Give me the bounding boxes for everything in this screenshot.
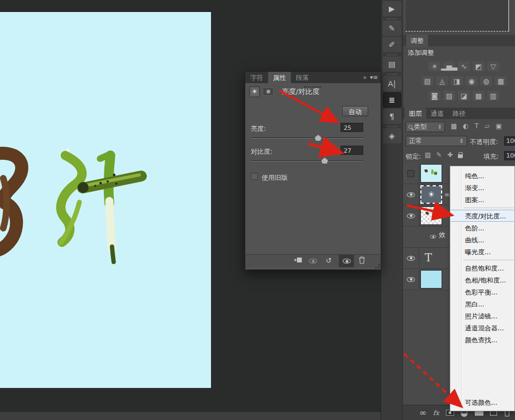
type-layer-filter-icon[interactable]: T — [475, 122, 479, 130]
opacity-value[interactable]: 100% — [504, 136, 515, 146]
layer-thumbnail[interactable] — [420, 164, 442, 183]
layer-visibility-eye-icon[interactable] — [407, 214, 415, 218]
mask-icon[interactable] — [263, 87, 274, 96]
layer-visibility-eye-icon[interactable] — [407, 277, 415, 282]
reset-icon[interactable]: ↺ — [326, 256, 332, 265]
gradient-map-icon[interactable]: ▥ — [487, 91, 499, 101]
contrast-slider[interactable] — [251, 160, 363, 161]
dock-brushes-button[interactable]: ✎ — [383, 21, 401, 36]
black-white-icon[interactable]: ◨ — [451, 76, 463, 86]
contrast-slider-thumb[interactable] — [321, 158, 328, 164]
menu-item-exposure[interactable]: 曝光度... — [451, 246, 514, 258]
use-legacy-checkbox[interactable] — [251, 173, 258, 180]
dock-paragraph-button[interactable]: ¶ — [383, 109, 401, 124]
hue-saturation-icon[interactable]: ▤ — [421, 76, 433, 86]
visibility-icon[interactable] — [343, 259, 351, 264]
layer-visibility-eye-icon[interactable] — [407, 256, 415, 261]
background-layer-thumbnail[interactable] — [420, 270, 442, 289]
menu-item-gradient[interactable]: 渐变... — [451, 181, 514, 193]
dock-group-grip[interactable] — [387, 18, 397, 20]
threshold-icon[interactable]: ◪ — [458, 91, 470, 101]
layer-visibility-empty-icon[interactable] — [407, 170, 414, 177]
panel-resize-grip[interactable] — [304, 86, 321, 87]
view-previous-state-icon[interactable] — [309, 259, 317, 264]
menu-item-channel-mixer[interactable]: 通道混合器... — [451, 322, 514, 334]
lock-all-icon[interactable] — [458, 154, 463, 158]
menu-item-levels[interactable]: 色阶... — [451, 222, 514, 234]
tab-paths[interactable]: 路径 — [448, 108, 470, 119]
color-balance-icon[interactable]: ◬ — [436, 76, 448, 86]
contrast-value-field[interactable]: 27 — [340, 146, 363, 155]
posterize-icon[interactable]: ▨ — [443, 91, 455, 101]
fill-value[interactable]: 100% — [504, 151, 515, 160]
filter-kind-dropdown[interactable]: 类型 ⇕ — [406, 122, 445, 132]
exposure-icon[interactable]: ◩ — [473, 61, 485, 71]
tab-character[interactable]: 字符 — [245, 72, 268, 83]
effects-visibility-eye-icon[interactable] — [430, 235, 436, 239]
blend-mode-dropdown[interactable]: 正常 ⇕ — [406, 136, 467, 146]
dock-actions-button[interactable]: ▶ — [383, 1, 401, 16]
menu-item-curves[interactable]: 曲线... — [451, 234, 514, 246]
menu-item-color-balance[interactable]: 色彩平衡... — [451, 286, 514, 298]
filter-kind-label: 类型 — [414, 122, 427, 131]
clip-to-layer-icon[interactable] — [293, 256, 302, 264]
tab-adjustments[interactable]: 调整 — [406, 35, 428, 48]
lock-position-icon[interactable]: ✚ — [447, 151, 452, 159]
tab-properties[interactable]: 属性 — [268, 72, 291, 83]
brightness-value-field[interactable]: 25 — [340, 123, 363, 132]
selective-color-icon[interactable]: ▩ — [473, 91, 485, 101]
pixel-layer-filter-icon[interactable]: ▩ — [451, 122, 457, 130]
brightness-slider[interactable] — [251, 137, 363, 139]
layer-visibility-eye-icon[interactable] — [407, 192, 415, 197]
dock-group-grip[interactable] — [387, 74, 397, 75]
color-lookup-icon[interactable]: ▦ — [495, 76, 507, 86]
chevron-updown-icon: ⇕ — [438, 124, 442, 130]
menu-item-color-lookup[interactable]: 颜色查找... — [451, 334, 514, 346]
lock-paint-icon[interactable]: ✎ — [436, 151, 442, 159]
menu-item-brightness-contrast[interactable]: 亮度/对比度... — [451, 210, 514, 222]
use-legacy-label: 使用旧版 — [262, 173, 288, 183]
smart-object-filter-icon[interactable]: ▣ — [495, 122, 501, 130]
dock-character-button[interactable]: A| — [383, 76, 401, 91]
photo-filter-icon[interactable]: ◉ — [466, 76, 477, 86]
dock-properties-button[interactable]: ≣ — [383, 92, 401, 108]
layer-thumbnail[interactable] — [420, 206, 442, 225]
channel-mixer-icon[interactable]: ◍ — [480, 76, 492, 86]
brushes-icon: ✎ — [389, 24, 395, 33]
invert-icon[interactable]: ◙ — [429, 91, 440, 101]
layer-style-icon[interactable]: fx — [433, 409, 439, 417]
tab-channels[interactable]: 通道 — [426, 108, 448, 119]
menu-item-solid-color[interactable]: 纯色... — [451, 170, 514, 181]
levels-icon[interactable]: ▂▅▃ — [443, 61, 455, 71]
dock-group-grip[interactable] — [387, 54, 397, 55]
panel-menu-icon[interactable]: ▾≡ — [370, 74, 378, 81]
shape-layer-filter-icon[interactable]: ▱ — [485, 122, 489, 130]
menu-item-hue-saturation[interactable]: 色相/饱和度... — [451, 274, 514, 286]
dock-clone-source-button[interactable]: ✐ — [383, 37, 401, 52]
dock-group-grip[interactable] — [387, 126, 397, 127]
adjustment-layer-filter-icon[interactable]: ◐ — [463, 122, 468, 130]
menu-item-pattern[interactable]: 图案... — [451, 193, 514, 205]
3d-panel-icon: ◈ — [389, 131, 395, 140]
dock-3d-button[interactable]: ◈ — [383, 128, 401, 143]
delete-adjustment-icon[interactable] — [358, 256, 365, 264]
brightness-contrast-icon[interactable]: ☀ — [429, 61, 440, 71]
brightness-slider-thumb[interactable] — [315, 135, 321, 141]
mask-link-icon[interactable]: ∞ — [444, 191, 450, 198]
dock-layer-comps-button[interactable]: ▤ — [383, 57, 401, 72]
tab-paragraph[interactable]: 段落 — [291, 72, 314, 83]
link-layers-icon[interactable]: ∞ — [419, 408, 426, 418]
collapse-panel-icon[interactable]: » — [363, 74, 367, 81]
menu-item-photo-filter[interactable]: 照片滤镜... — [451, 310, 514, 322]
vibrance-icon[interactable]: ▽ — [487, 61, 499, 71]
menu-item-vibrance[interactable]: 自然饱和度... — [451, 262, 514, 274]
document-canvas[interactable] — [0, 11, 211, 388]
curves-icon[interactable]: ∿ — [458, 61, 470, 71]
lock-transparent-icon[interactable]: ▨ — [425, 151, 431, 159]
menu-item-black-white[interactable]: 黑白... — [451, 298, 514, 310]
tab-layers[interactable]: 图层 — [405, 108, 426, 119]
brightness-contrast-layer-thumbnail[interactable]: ☀ — [420, 185, 442, 204]
menu-item-selective-color[interactable]: 可选颜色... — [451, 396, 514, 408]
auto-button[interactable]: 自动 — [342, 106, 368, 116]
panel-corner-grip[interactable] — [375, 264, 380, 268]
